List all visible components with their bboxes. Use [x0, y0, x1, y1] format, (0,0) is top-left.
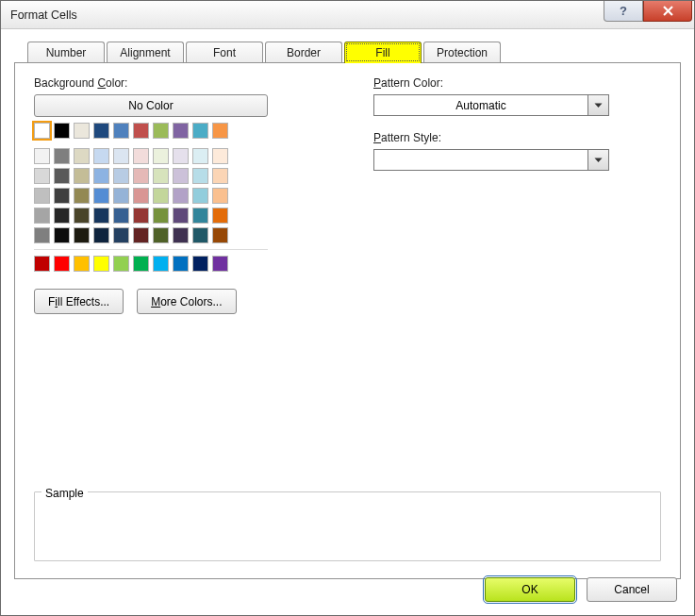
color-swatch[interactable]: [212, 208, 228, 224]
color-swatch[interactable]: [212, 123, 228, 139]
help-button[interactable]: ?: [604, 1, 643, 22]
color-swatch[interactable]: [173, 208, 189, 224]
color-swatch[interactable]: [192, 123, 208, 139]
color-swatch[interactable]: [54, 168, 70, 184]
color-swatch[interactable]: [74, 123, 90, 139]
titlebar: Format Cells ?: [1, 1, 694, 29]
color-swatch[interactable]: [74, 188, 90, 204]
color-swatch[interactable]: [192, 227, 208, 243]
palette-divider: [34, 249, 268, 250]
color-swatch[interactable]: [54, 208, 70, 224]
color-swatch[interactable]: [54, 256, 70, 272]
palette-standard-row: [34, 256, 268, 272]
color-swatch[interactable]: [212, 256, 228, 272]
color-swatch[interactable]: [74, 256, 90, 272]
color-swatch[interactable]: [74, 208, 90, 224]
palette-theme-row: [34, 168, 268, 184]
color-swatch[interactable]: [34, 227, 50, 243]
color-swatch[interactable]: [113, 256, 129, 272]
color-swatch[interactable]: [113, 208, 129, 224]
color-swatch[interactable]: [74, 227, 90, 243]
color-swatch[interactable]: [153, 168, 169, 184]
color-swatch[interactable]: [212, 188, 228, 204]
color-swatch[interactable]: [133, 123, 149, 139]
color-swatch[interactable]: [173, 256, 189, 272]
color-swatch[interactable]: [54, 148, 70, 164]
color-swatch[interactable]: [212, 227, 228, 243]
color-swatch[interactable]: [192, 168, 208, 184]
color-swatch[interactable]: [133, 227, 149, 243]
tab-fill[interactable]: Fill: [344, 42, 422, 63]
tab-font[interactable]: Font: [186, 42, 263, 63]
color-swatch[interactable]: [74, 148, 90, 164]
color-swatch[interactable]: [113, 148, 129, 164]
color-swatch[interactable]: [153, 188, 169, 204]
left-column: Background Color: No Color Fill Effects.…: [34, 76, 317, 314]
no-color-button[interactable]: No Color: [34, 94, 268, 117]
color-swatch[interactable]: [93, 148, 109, 164]
color-swatch[interactable]: [93, 188, 109, 204]
color-swatch[interactable]: [34, 148, 50, 164]
color-swatch[interactable]: [153, 256, 169, 272]
color-swatch[interactable]: [34, 168, 50, 184]
color-swatch[interactable]: [74, 168, 90, 184]
color-swatch[interactable]: [93, 168, 109, 184]
color-swatch[interactable]: [93, 208, 109, 224]
color-swatch[interactable]: [93, 227, 109, 243]
color-swatch[interactable]: [34, 256, 50, 272]
color-swatch[interactable]: [93, 123, 109, 139]
color-swatch[interactable]: [34, 208, 50, 224]
fill-effects-button[interactable]: Fill Effects...: [34, 289, 124, 314]
dialog-body: Number Alignment Font Border Fill Protec…: [1, 29, 694, 615]
close-button[interactable]: [643, 1, 692, 22]
color-swatch[interactable]: [113, 188, 129, 204]
tab-alignment[interactable]: Alignment: [107, 42, 184, 63]
color-swatch[interactable]: [192, 148, 208, 164]
color-swatch[interactable]: [133, 188, 149, 204]
tab-number[interactable]: Number: [27, 42, 105, 63]
color-swatch[interactable]: [34, 123, 50, 139]
color-swatch[interactable]: [54, 227, 70, 243]
color-swatch[interactable]: [153, 208, 169, 224]
color-swatch[interactable]: [192, 256, 208, 272]
pattern-color-value: Automatic: [374, 99, 587, 112]
color-swatch[interactable]: [153, 227, 169, 243]
color-swatch[interactable]: [153, 148, 169, 164]
color-swatch[interactable]: [173, 123, 189, 139]
color-swatch[interactable]: [133, 256, 149, 272]
color-swatch[interactable]: [173, 227, 189, 243]
color-swatch[interactable]: [54, 123, 70, 139]
dialog-buttons: OK Cancel: [485, 577, 677, 602]
palette-theme-row: [34, 208, 268, 224]
color-swatch[interactable]: [173, 188, 189, 204]
color-swatch[interactable]: [192, 208, 208, 224]
tab-border[interactable]: Border: [265, 42, 342, 63]
color-swatch[interactable]: [133, 208, 149, 224]
color-swatch[interactable]: [34, 188, 50, 204]
color-swatch[interactable]: [133, 148, 149, 164]
color-swatch[interactable]: [192, 188, 208, 204]
pattern-style-combo[interactable]: [373, 149, 609, 171]
pattern-color-combo[interactable]: Automatic: [373, 94, 609, 116]
more-colors-button[interactable]: More Colors...: [137, 289, 236, 314]
color-swatch[interactable]: [113, 123, 129, 139]
pattern-style-label: Pattern Style:: [373, 131, 661, 144]
color-swatch[interactable]: [173, 168, 189, 184]
color-swatch[interactable]: [133, 168, 149, 184]
fill-tabpanel: Background Color: No Color Fill Effects.…: [14, 62, 681, 579]
color-swatch[interactable]: [113, 168, 129, 184]
color-swatch[interactable]: [212, 148, 228, 164]
sample-group: Sample: [34, 478, 661, 561]
color-swatch[interactable]: [212, 168, 228, 184]
color-swatch[interactable]: [93, 256, 109, 272]
color-swatch[interactable]: [113, 227, 129, 243]
tab-protection[interactable]: Protection: [423, 42, 501, 63]
color-swatch[interactable]: [153, 123, 169, 139]
tabstrip: Number Alignment Font Border Fill Protec…: [27, 41, 681, 62]
ok-button[interactable]: OK: [485, 577, 575, 602]
palette-theme-row: [34, 188, 268, 204]
color-swatch[interactable]: [54, 188, 70, 204]
cancel-button[interactable]: Cancel: [587, 577, 677, 602]
color-swatch[interactable]: [173, 148, 189, 164]
chevron-down-icon: [587, 150, 608, 170]
